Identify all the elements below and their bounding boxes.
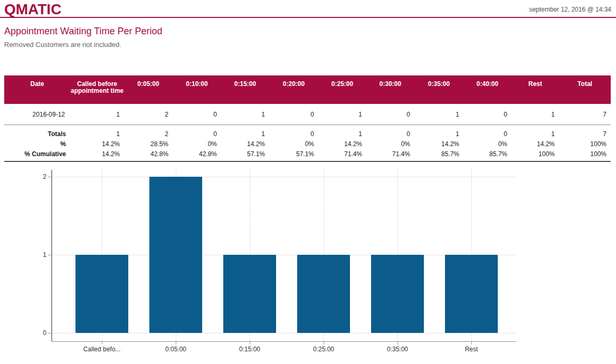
col-header-0-10: 0:10:00 bbox=[173, 75, 221, 104]
table-summary: Totals 1 2 0 1 0 1 0 1 0 1 7 % 14.2% 28.… bbox=[4, 125, 611, 162]
x-axis-label: 0:15:00 bbox=[213, 346, 287, 353]
report-subtitle: Removed Customers are not included. bbox=[4, 41, 121, 49]
cell-value: 0 bbox=[366, 111, 414, 118]
y-axis-label: 2 bbox=[31, 173, 46, 180]
cell-value: 0% bbox=[269, 140, 318, 148]
cell-value: 71.4% bbox=[366, 150, 414, 158]
chart-bar bbox=[297, 255, 350, 333]
col-header-0-40: 0:40:00 bbox=[463, 75, 511, 104]
report-datetime: september 12, 2016 @ 14:34 bbox=[529, 6, 611, 13]
col-header-rest: Rest bbox=[511, 75, 559, 104]
cell-value: 28.5% bbox=[124, 140, 173, 148]
cell-value: 14.2% bbox=[511, 140, 559, 148]
x-axis-tick bbox=[397, 342, 398, 344]
table-row-cumulative: % Cumulative 14.2% 42.8% 42.8% 57.1% 57.… bbox=[4, 149, 611, 159]
col-header-0-30: 0:30:00 bbox=[366, 75, 414, 104]
cell-value: 14.2% bbox=[70, 140, 124, 148]
col-header-0-25: 0:25:00 bbox=[318, 75, 366, 104]
cell-value: 7 bbox=[559, 111, 611, 118]
col-header-0-15: 0:15:00 bbox=[221, 75, 269, 104]
y-axis-line bbox=[51, 170, 52, 341]
table-row-date: 2016-09-12 1 2 0 1 0 1 0 1 0 1 7 bbox=[4, 104, 611, 125]
cell-value: 1 bbox=[414, 111, 463, 118]
totals-label: Totals bbox=[4, 130, 70, 138]
cell-value: 1 bbox=[318, 130, 366, 138]
chart-bar bbox=[149, 177, 202, 333]
cell-value: 1 bbox=[221, 111, 269, 118]
cell-value: 0% bbox=[173, 140, 221, 148]
cell-value: 14.2% bbox=[414, 140, 463, 148]
col-header-0-20: 0:20:00 bbox=[269, 75, 318, 104]
cell-value: 1 bbox=[511, 130, 559, 138]
cell-value: 2 bbox=[124, 130, 173, 138]
col-header-date: Date bbox=[4, 75, 70, 104]
x-axis-tick bbox=[250, 342, 250, 344]
cell-value: 85.7% bbox=[414, 150, 463, 158]
cumulative-label: % Cumulative bbox=[4, 150, 70, 158]
y-axis-label: 1 bbox=[31, 251, 46, 258]
cell-value: 0 bbox=[173, 130, 221, 138]
col-header-called-before: Called before appointment time bbox=[70, 75, 124, 104]
cell-value: 0 bbox=[366, 130, 414, 138]
cell-value: 7 bbox=[559, 130, 611, 138]
x-axis-label: 0:25:00 bbox=[287, 346, 361, 353]
table-row-totals: Totals 1 2 0 1 0 1 0 1 0 1 7 bbox=[4, 129, 611, 139]
cell-value: 1 bbox=[511, 111, 559, 118]
cell-value: 85.7% bbox=[463, 150, 511, 158]
cell-value: 57.1% bbox=[221, 150, 269, 158]
x-axis-tick bbox=[471, 342, 472, 344]
cell-value: 100% bbox=[559, 150, 611, 158]
cell-value: 0 bbox=[269, 130, 318, 138]
x-axis-label: 0:35:00 bbox=[361, 346, 434, 353]
cell-value: 1 bbox=[414, 130, 463, 138]
cell-value: 0 bbox=[463, 111, 511, 118]
x-axis-label: Rest bbox=[434, 346, 508, 353]
percent-label: % bbox=[4, 140, 70, 148]
cell-value: 0% bbox=[463, 140, 511, 148]
report-table: Date Called before appointment time 0:05… bbox=[4, 75, 611, 162]
page-title: Appointment Waiting Time Per Period bbox=[4, 26, 162, 37]
col-header-total: Total bbox=[559, 75, 611, 104]
x-axis-tick bbox=[324, 342, 324, 344]
chart-bar bbox=[371, 255, 424, 333]
cell-value: 0% bbox=[366, 140, 414, 148]
cell-value: 71.4% bbox=[318, 150, 366, 158]
cell-value: 14.2% bbox=[318, 140, 366, 148]
col-header-0-35: 0:35:00 bbox=[414, 75, 463, 104]
cell-value: 14.2% bbox=[70, 150, 124, 158]
qmatic-logo: QMATIC bbox=[4, 1, 61, 18]
cell-value: 0 bbox=[463, 130, 511, 138]
cell-value: 100% bbox=[511, 150, 559, 158]
cell-value: 1 bbox=[70, 111, 124, 118]
header-divider bbox=[0, 17, 616, 18]
cell-value: 0 bbox=[173, 111, 221, 118]
cell-value: 42.8% bbox=[124, 150, 173, 158]
x-axis-line bbox=[52, 341, 516, 342]
cell-value: 2 bbox=[124, 111, 173, 118]
col-header-0-05: 0:05:00 bbox=[124, 75, 173, 104]
table-row-percent: % 14.2% 28.5% 0% 14.2% 0% 14.2% 0% 14.2%… bbox=[4, 139, 611, 149]
waiting-time-bar-chart: 012Called befo...0:05:000:15:000:25:000:… bbox=[0, 166, 616, 364]
cell-value: 100% bbox=[559, 140, 611, 148]
x-axis-label: 0:05:00 bbox=[139, 346, 213, 353]
cell-value: 0 bbox=[269, 111, 318, 118]
chart-bar bbox=[223, 255, 276, 333]
cell-value: 1 bbox=[318, 111, 366, 118]
horizontal-gridline bbox=[52, 177, 516, 177]
x-axis-tick bbox=[102, 342, 102, 344]
cell-value: 1 bbox=[221, 130, 269, 138]
chart-bar bbox=[445, 255, 498, 333]
cell-date: 2016-09-12 bbox=[4, 111, 70, 118]
cell-value: 42.8% bbox=[173, 150, 221, 158]
y-axis-label: 0 bbox=[31, 329, 46, 337]
chart-bar bbox=[75, 255, 128, 333]
horizontal-gridline bbox=[52, 333, 516, 333]
table-header-row: Date Called before appointment time 0:05… bbox=[4, 75, 611, 104]
x-axis-tick bbox=[176, 342, 176, 344]
cell-value: 14.2% bbox=[221, 140, 269, 148]
x-axis-label: Called befo... bbox=[65, 346, 139, 353]
cell-value: 57.1% bbox=[269, 150, 318, 158]
cell-value: 1 bbox=[70, 130, 124, 138]
